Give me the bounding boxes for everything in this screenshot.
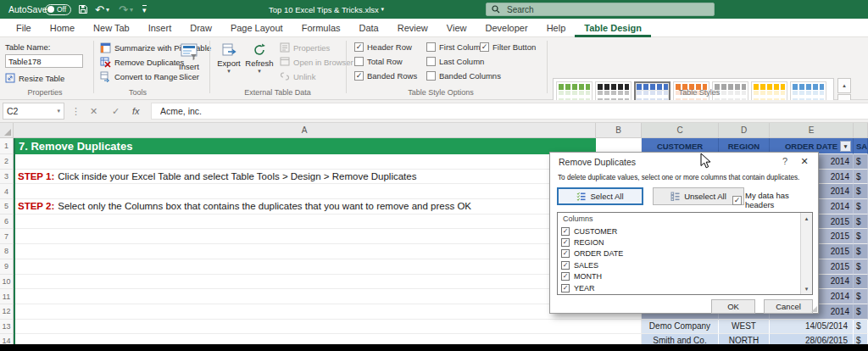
row-number[interactable]: 5	[0, 199, 14, 214]
formula-input[interactable]	[151, 103, 868, 120]
tab-help[interactable]: Help	[537, 19, 576, 37]
cell-sales[interactable]: $	[854, 244, 868, 259]
tab-insert[interactable]: Insert	[139, 19, 181, 37]
cell[interactable]	[14, 229, 596, 244]
cell-order-date[interactable]: 14/05/2014	[770, 320, 854, 334]
cell[interactable]	[14, 244, 596, 259]
table-header-sales-sliver[interactable]: SALES	[854, 138, 868, 154]
cell[interactable]	[14, 289, 596, 304]
export-button[interactable]: Export ▾	[214, 42, 244, 74]
resize-table-button[interactable]: Resize Table	[5, 72, 64, 84]
row-number[interactable]: 10	[0, 275, 14, 290]
cell[interactable]	[14, 184, 596, 199]
cell-sales[interactable]: $	[854, 229, 868, 244]
cell-region[interactable]: WEST	[719, 320, 770, 334]
cell[interactable]	[14, 214, 596, 230]
cell-customer[interactable]: Demo Company	[642, 320, 719, 334]
cancel-formula-button[interactable]: ✕	[90, 103, 97, 120]
row-number[interactable]: 2	[0, 154, 14, 170]
cell[interactable]	[14, 275, 596, 290]
insert-slicer-button[interactable]: Insert Slicer	[172, 42, 206, 81]
banded-columns-checkbox[interactable]: Banded Columns	[426, 71, 501, 81]
row-number[interactable]: 12	[0, 304, 14, 320]
cell-sales[interactable]: $	[854, 184, 868, 199]
tab-draw[interactable]: Draw	[181, 19, 221, 37]
row-number[interactable]: 13	[0, 320, 14, 334]
select-all-button[interactable]: Select All	[557, 187, 643, 205]
row-number[interactable]: 3	[0, 170, 14, 185]
column-item-sales[interactable]: ✓SALES	[561, 259, 798, 270]
insert-function-button[interactable]: fx	[132, 103, 140, 120]
scroll-down-button[interactable]: ▾	[801, 283, 812, 294]
column-item-region[interactable]: ✓REGION	[561, 237, 798, 248]
autosave-toggle[interactable]: Off	[45, 0, 71, 19]
redo-button[interactable]: ↷▾	[119, 0, 133, 19]
tab-review[interactable]: Review	[388, 19, 437, 37]
col-header-a[interactable]: A	[14, 123, 596, 138]
col-header-d[interactable]: D	[719, 123, 770, 138]
ok-button[interactable]: OK	[711, 299, 755, 314]
cell[interactable]	[14, 259, 596, 275]
step2-cell[interactable]: STEP 2:Select only the Columns box that …	[14, 199, 596, 214]
col-header-f-sliver[interactable]	[854, 123, 868, 138]
section-title-cell[interactable]: 7. Remove Duplicates	[14, 138, 596, 154]
tab-data[interactable]: Data	[350, 19, 388, 37]
step1-cell[interactable]: STEP 1:Click inside your Excel Table and…	[14, 170, 596, 185]
undo-button[interactable]: ↶▾	[95, 0, 109, 19]
enter-formula-button[interactable]: ✓	[112, 103, 120, 120]
last-column-checkbox[interactable]: Last Column	[426, 57, 484, 66]
cell[interactable]	[596, 320, 642, 334]
unselect-all-button[interactable]: Unselect All	[653, 187, 744, 205]
cell-sales[interactable]: $	[854, 214, 868, 230]
tab-home[interactable]: Home	[41, 19, 84, 37]
column-item-order-date[interactable]: ✓ORDER DATE	[561, 248, 798, 259]
cancel-button[interactable]: Cancel	[764, 299, 813, 314]
dialog-resize-grip[interactable]	[811, 306, 817, 312]
cell-sales[interactable]: $	[854, 289, 868, 304]
refresh-button[interactable]: Refresh ▾	[244, 42, 275, 74]
filter-dropdown-button[interactable]: ▾	[840, 141, 851, 152]
tab-new-tab[interactable]: New Tab	[84, 19, 139, 37]
col-header-c[interactable]: C	[642, 123, 719, 138]
cell[interactable]	[14, 304, 596, 320]
cell[interactable]	[14, 320, 596, 334]
header-row-checkbox[interactable]: ✓Header Row	[354, 42, 412, 52]
row-number[interactable]: 11	[0, 289, 14, 304]
tab-table-design[interactable]: Table Design	[575, 19, 651, 37]
tab-developer[interactable]: Developer	[476, 19, 537, 37]
col-header-e[interactable]: E	[770, 123, 854, 138]
row-number[interactable]: 9	[0, 259, 14, 275]
cell-sales[interactable]: $	[854, 320, 868, 334]
my-data-has-headers-checkbox[interactable]: ✓ My data has headers	[732, 191, 818, 209]
select-all-corner[interactable]	[0, 123, 14, 138]
total-row-checkbox[interactable]: Total Row	[354, 57, 403, 66]
gallery-scroll-up-button[interactable]: ▴	[837, 78, 851, 93]
name-box[interactable]: C2▾	[3, 103, 64, 120]
row-number[interactable]: 6	[0, 214, 14, 230]
tab-view[interactable]: View	[437, 19, 476, 37]
row-number[interactable]: 7	[0, 229, 14, 244]
banded-rows-checkbox[interactable]: ✓Banded Rows	[354, 71, 417, 81]
col-header-b[interactable]: B	[596, 123, 642, 138]
convert-to-range-button[interactable]: Convert to Range	[100, 70, 177, 82]
cell-sales[interactable]: $	[854, 259, 868, 275]
dialog-help-button[interactable]: ?	[779, 156, 791, 166]
tab-formulas[interactable]: Formulas	[292, 19, 350, 37]
row-number[interactable]: 8	[0, 244, 14, 259]
cell-sales[interactable]: $	[854, 275, 868, 290]
row-number[interactable]: 4	[0, 184, 14, 199]
column-item-year[interactable]: ✓YEAR	[561, 282, 798, 293]
save-button[interactable]	[78, 0, 88, 19]
search-box[interactable]	[486, 3, 715, 16]
column-item-customer[interactable]: ✓CUSTOMER	[561, 226, 798, 237]
column-item-month[interactable]: ✓MONTH	[561, 271, 798, 282]
tab-file[interactable]: File	[7, 19, 41, 37]
cell-sales[interactable]: $	[854, 170, 868, 185]
first-column-checkbox[interactable]: First Column	[426, 42, 485, 52]
table-name-input[interactable]	[5, 54, 83, 68]
dialog-close-button[interactable]: ✕	[798, 156, 811, 167]
tab-page-layout[interactable]: Page Layout	[221, 19, 292, 37]
cell-sales[interactable]: $	[854, 154, 868, 170]
cell[interactable]	[14, 154, 596, 170]
cell-sales[interactable]: $	[854, 199, 868, 214]
